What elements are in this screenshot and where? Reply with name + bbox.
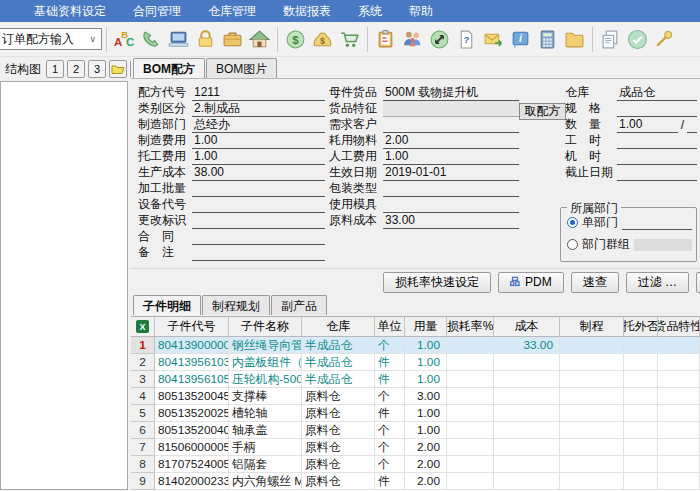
field-input[interactable]	[383, 101, 519, 117]
column-header[interactable]: 损耗率%	[447, 317, 494, 337]
field-input-secondary[interactable]	[687, 117, 697, 133]
entry-mode-combobox[interactable]: 订单配方输入 ∨	[0, 28, 102, 50]
excel-export-header-cell[interactable]: X	[131, 317, 155, 337]
home-icon[interactable]	[246, 26, 273, 53]
clipboard-icon[interactable]	[372, 26, 399, 53]
partial-action-button[interactable]	[696, 272, 700, 293]
field-input[interactable]: 1.00	[617, 117, 678, 133]
menu-item[interactable]: 仓库管理	[208, 3, 256, 20]
department-option[interactable]: 部门群组	[567, 237, 692, 252]
lock-icon[interactable]	[192, 26, 219, 53]
column-header[interactable]: 货品特性	[658, 317, 700, 337]
bom-tab[interactable]: BOM配方	[133, 58, 205, 78]
level-button[interactable]: 2	[67, 60, 85, 78]
field-input[interactable]	[383, 117, 519, 133]
copy-documents-icon[interactable]	[597, 26, 624, 53]
field-input[interactable]: 1.00	[192, 133, 325, 149]
department-groupbox-title: 所属部门	[567, 200, 621, 217]
mail-send-icon[interactable]	[480, 26, 507, 53]
field-input[interactable]	[383, 197, 519, 213]
table-row[interactable]: 8 81707524005 铝隔套 原料仓 个 2.00	[131, 456, 700, 473]
action-button[interactable]: 损耗率快速设定	[383, 272, 491, 293]
column-header[interactable]: 成本	[494, 317, 560, 337]
users-icon[interactable]	[399, 26, 426, 53]
menu-item[interactable]: 合同管理	[133, 3, 181, 20]
field-input[interactable]	[192, 181, 325, 197]
fetch-formula-button[interactable]: 取配方	[519, 103, 566, 120]
tool-icon[interactable]	[651, 26, 678, 53]
field-input[interactable]	[617, 149, 697, 165]
column-header[interactable]: 制程	[560, 317, 624, 337]
detail-tab[interactable]: 子件明细	[133, 295, 201, 315]
table-row[interactable]: 3 80413956105 压轮机构-500KG 半成品仓 件 1.00	[131, 371, 700, 388]
detail-tab[interactable]: 制程规划	[202, 295, 270, 315]
table-row[interactable]: 1 80413900000 钢丝绳导向管组件 半成品仓 个 1.00 33.00	[131, 337, 700, 354]
table-row[interactable]: 4 80513520045 支撑棒 原料仓 个 3.00	[131, 388, 700, 405]
menu-item[interactable]: 数据报表	[283, 3, 331, 20]
field-input[interactable]: 1.00	[192, 149, 325, 165]
dollar-coin-icon[interactable]: $	[282, 26, 309, 53]
structure-tree[interactable]	[0, 81, 128, 490]
column-header[interactable]: 仓库	[302, 317, 375, 337]
menu-item[interactable]: 基础资料设定	[34, 3, 106, 20]
field-input[interactable]: 1211	[192, 85, 325, 101]
column-header[interactable]: 单位	[375, 317, 405, 337]
department-field[interactable]	[622, 216, 692, 230]
field-input[interactable]: 2.00	[383, 133, 519, 149]
cell-feature	[658, 354, 700, 371]
field-input[interactable]	[192, 229, 325, 245]
table-row[interactable]: 2 80413956103 内盖板组件（马达 半成品仓 件 1.00	[131, 354, 700, 371]
radio-button-icon[interactable]	[567, 239, 578, 250]
money-bag-icon[interactable]: $	[309, 26, 336, 53]
field-input[interactable]: 2.制成品	[192, 101, 325, 117]
field-input[interactable]	[383, 181, 519, 197]
folder-icon[interactable]	[561, 26, 588, 53]
field-input[interactable]	[617, 165, 697, 181]
action-button[interactable]: 过滤 …	[626, 272, 689, 293]
field-input[interactable]: 2019-01-01	[383, 165, 519, 181]
briefcase-icon[interactable]	[219, 26, 246, 53]
table-row[interactable]: 6 80513520040 轴承盖 原料仓 个 1.00	[131, 422, 700, 439]
detail-tab[interactable]: 副产品	[271, 295, 327, 315]
field-label: 截止日期	[565, 164, 617, 181]
department-field[interactable]	[634, 239, 692, 251]
folder-open-icon[interactable]	[109, 60, 127, 78]
info-bubble-icon[interactable]: i	[507, 26, 534, 53]
document-question-icon[interactable]: ?	[453, 26, 480, 53]
radio-button-icon[interactable]	[567, 217, 578, 228]
check-circle-icon[interactable]	[624, 26, 651, 53]
field-input[interactable]: 38.00	[192, 165, 325, 181]
bom-tab-strip: BOM配方BOM图片	[133, 58, 277, 78]
column-header[interactable]: 子件代号	[155, 317, 229, 337]
column-header[interactable]: 用量	[405, 317, 447, 337]
department-option[interactable]: 单部门	[567, 215, 692, 230]
menu-item[interactable]: 帮助	[409, 3, 433, 20]
level-button[interactable]: 3	[88, 60, 106, 78]
column-header[interactable]: 托外否	[624, 317, 658, 337]
field-input[interactable]: 1.00	[383, 149, 519, 165]
field-input[interactable]: 成品仓	[617, 85, 697, 101]
table-row[interactable]: 9 81402000233 内六角螺丝 M 06 原料仓 件 2.00	[131, 473, 700, 490]
column-header[interactable]: 子件名称	[229, 317, 302, 337]
phone-icon[interactable]	[138, 26, 165, 53]
field-input[interactable]: 33.00	[383, 213, 519, 229]
laptop-icon[interactable]	[165, 26, 192, 53]
action-button[interactable]: 速查	[571, 272, 619, 293]
table-row[interactable]: 5 80513520025 槽轮轴 原料仓 件 1.00	[131, 405, 700, 422]
field-input[interactable]	[192, 245, 325, 261]
transfer-arrows-icon[interactable]	[426, 26, 453, 53]
field-input[interactable]	[192, 213, 325, 229]
action-button[interactable]: PDM	[498, 272, 564, 293]
calculator-icon[interactable]	[534, 26, 561, 53]
table-row[interactable]: 7 81506000005 手柄 原料仓 个 2.00	[131, 439, 700, 456]
abc-sort-icon[interactable]: A B C	[111, 26, 138, 53]
field-input[interactable]: 500M 载物提升机	[383, 85, 519, 101]
shopping-cart-icon[interactable]	[336, 26, 363, 53]
field-input[interactable]	[617, 101, 697, 117]
field-input[interactable]: 总经办	[192, 117, 325, 133]
field-input[interactable]	[192, 197, 325, 213]
bom-tab[interactable]: BOM图片	[206, 58, 277, 78]
level-button[interactable]: 1	[46, 60, 64, 78]
field-input[interactable]	[617, 133, 697, 149]
menu-item[interactable]: 系统	[358, 3, 382, 20]
